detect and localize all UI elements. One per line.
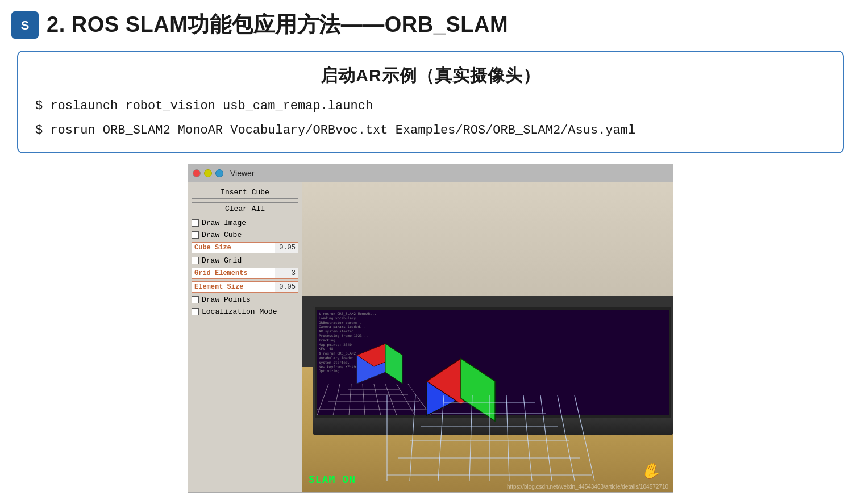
command-box: 启动AR示例（真实摄像头） $ roslaunch robot_vision u… bbox=[17, 51, 844, 153]
localization-mode-checkbox[interactable] bbox=[192, 308, 199, 315]
grid-elements-label: Grid Elements bbox=[192, 268, 275, 278]
viewer-container: Viewer Insert Cube Clear All Draw Image … bbox=[188, 164, 673, 493]
viewer-titlebar: Viewer bbox=[188, 164, 673, 182]
svg-line-27 bbox=[410, 395, 415, 481]
wall-background bbox=[302, 182, 673, 296]
command-line-1: $ roslaunch robot_vision usb_cam_remap.l… bbox=[35, 97, 826, 115]
svg-line-10 bbox=[333, 384, 340, 415]
draw-cube-label: Draw Cube bbox=[202, 231, 242, 239]
viewer-wrapper: Viewer Insert Cube Clear All Draw Image … bbox=[17, 164, 844, 493]
svg-line-12 bbox=[363, 384, 365, 415]
command-box-title: 启动AR示例（真实摄像头） bbox=[35, 64, 826, 88]
grid-elements-value[interactable]: 3 bbox=[275, 268, 298, 278]
svg-text:S: S bbox=[21, 18, 30, 32]
svg-line-9 bbox=[317, 384, 328, 415]
page-header: S 2. ROS SLAM功能包应用方法——ORB_SLAM bbox=[0, 0, 861, 45]
element-size-row: Element Size 0.05 bbox=[192, 281, 298, 293]
svg-line-29 bbox=[469, 395, 472, 481]
draw-cube-row: Draw Cube bbox=[188, 230, 302, 240]
cube-size-row: Cube Size 0.05 bbox=[192, 242, 298, 253]
slam-on-indicator: SLAM ON bbox=[309, 473, 356, 485]
localization-mode-label: Localization Mode bbox=[202, 307, 277, 316]
clear-all-button[interactable]: Clear All bbox=[192, 202, 298, 215]
draw-points-label: Draw Points bbox=[202, 295, 251, 304]
svg-line-32 bbox=[523, 395, 532, 481]
maximize-button[interactable] bbox=[215, 169, 223, 177]
draw-image-checkbox[interactable] bbox=[192, 219, 199, 227]
svg-line-34 bbox=[558, 395, 575, 481]
minimize-button[interactable] bbox=[204, 169, 212, 177]
draw-points-checkbox[interactable] bbox=[192, 296, 199, 303]
svg-line-31 bbox=[506, 395, 509, 481]
viewer-title-label: Viewer bbox=[230, 169, 255, 178]
svg-line-28 bbox=[438, 395, 444, 481]
page-title: 2. ROS SLAM功能包应用方法——ORB_SLAM bbox=[47, 10, 508, 39]
insert-cube-button[interactable]: Insert Cube bbox=[192, 186, 298, 199]
table-grid-svg bbox=[381, 367, 597, 481]
svg-line-33 bbox=[540, 395, 552, 481]
draw-cube-checkbox[interactable] bbox=[192, 231, 199, 239]
svg-line-13 bbox=[374, 384, 381, 415]
grid-elements-row: Grid Elements 3 bbox=[192, 268, 298, 279]
draw-points-row: Draw Points bbox=[188, 294, 302, 305]
watermark: https://blog.csdn.net/weixin_44543463/ar… bbox=[507, 484, 668, 490]
element-size-label: Element Size bbox=[192, 282, 275, 292]
draw-image-label: Draw Image bbox=[202, 219, 246, 227]
cube-size-value[interactable]: 0.05 bbox=[275, 243, 298, 253]
draw-grid-checkbox[interactable] bbox=[192, 257, 199, 264]
draw-image-row: Draw Image bbox=[188, 218, 302, 228]
element-size-value[interactable]: 0.05 bbox=[275, 282, 298, 292]
svg-line-35 bbox=[575, 395, 594, 481]
svg-line-11 bbox=[349, 384, 351, 415]
cube-size-label: Cube Size bbox=[192, 243, 275, 253]
close-button[interactable] bbox=[193, 169, 201, 177]
command-line-2: $ rosrun ORB_SLAM2 MonoAR Vocabulary/ORB… bbox=[35, 121, 826, 140]
ros-logo-icon: S bbox=[11, 11, 39, 39]
localization-mode-row: Localization Mode bbox=[188, 306, 302, 317]
draw-grid-row: Draw Grid bbox=[188, 255, 302, 266]
viewer-body: Insert Cube Clear All Draw Image Draw Cu… bbox=[188, 182, 673, 492]
viewer-left-panel: Insert Cube Clear All Draw Image Draw Cu… bbox=[188, 182, 302, 492]
draw-grid-label: Draw Grid bbox=[202, 256, 242, 265]
camera-view: $ rosrun ORB_SLAM2 MonoAR... Loading voc… bbox=[302, 182, 673, 492]
